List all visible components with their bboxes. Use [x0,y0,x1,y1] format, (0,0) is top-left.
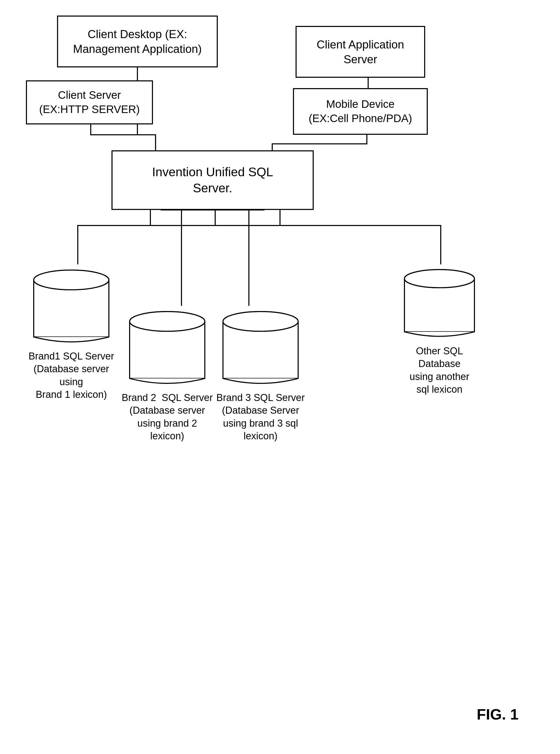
svg-point-17 [129,311,205,331]
diagram-container: Client Desktop (EX: Management Applicati… [0,0,560,754]
svg-point-23 [404,269,475,288]
brand3-cylinder-svg [220,306,301,389]
fig-label: FIG. 1 [477,706,519,723]
mobile-device-box: Mobile Device(EX:Cell Phone/PDA) [293,88,428,135]
brand3-label: Brand 3 SQL Server(Database Serverusing … [210,391,311,443]
brand2-label: Brand 2 SQL Server(Database serverusing … [117,391,218,443]
brand1-db: Brand1 SQL Server(Database serverusingBr… [31,264,112,347]
client-server-label: Client Server(EX:HTTP SERVER) [39,88,140,116]
other-cylinder-svg [402,264,477,342]
svg-point-14 [34,270,109,290]
client-desktop-box: Client Desktop (EX: Management Applicati… [57,16,218,67]
unified-sql-box: Invention Unified SQLServer. [112,150,314,210]
unified-sql-label: Invention Unified SQLServer. [152,164,273,197]
client-app-server-label: Client ApplicationServer [317,37,404,67]
client-app-server-box: Client ApplicationServer [296,26,425,78]
brand3-db: Brand 3 SQL Server(Database Serverusing … [220,306,301,389]
client-server-box: Client Server(EX:HTTP SERVER) [26,80,153,124]
client-desktop-label: Client Desktop (EX: Management Applicati… [62,27,213,56]
other-db: Other SQLDatabaseusing anothersql lexico… [402,264,477,342]
other-label: Other SQLDatabaseusing anothersql lexico… [386,345,493,396]
brand1-label: Brand1 SQL Server(Database serverusingBr… [16,350,127,401]
brand1-cylinder-svg [31,264,112,347]
brand2-db: Brand 2 SQL Server(Database serverusing … [127,306,207,389]
brand2-cylinder-svg [127,306,207,389]
svg-point-20 [223,311,298,331]
mobile-device-label: Mobile Device(EX:Cell Phone/PDA) [308,97,412,125]
